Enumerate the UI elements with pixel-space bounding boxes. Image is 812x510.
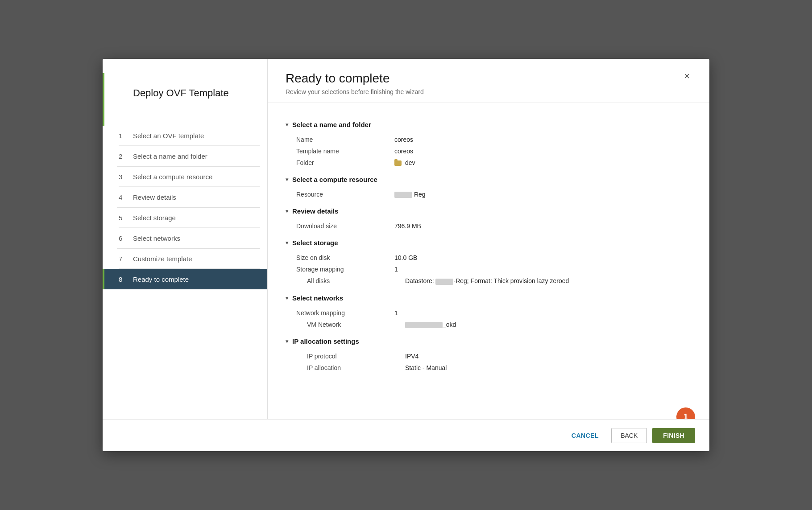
- networks-table: Network mapping 1 VM Network XXXXXXXXX_o…: [286, 307, 692, 330]
- label-all-disks: All disks: [286, 275, 384, 287]
- table-row: Network mapping 1: [286, 307, 692, 319]
- close-button[interactable]: ×: [682, 71, 692, 81]
- wizard-sidebar: Deploy OVF Template 1 Select an OVF temp…: [103, 59, 268, 451]
- label-name: Name: [286, 134, 384, 145]
- label-ip-protocol: IP protocol: [286, 350, 384, 362]
- step-3[interactable]: 3 Select a compute resource: [103, 167, 267, 187]
- blurred-resource-prefix: XXXX: [394, 192, 412, 198]
- cancel-button[interactable]: CANCEL: [564, 428, 606, 443]
- value-name: coreos: [384, 134, 692, 145]
- finish-button[interactable]: FINISH: [652, 428, 695, 443]
- back-button[interactable]: BACK: [611, 428, 647, 443]
- section-compute: ▾ Select a compute resource Resource XXX…: [286, 176, 692, 200]
- value-folder: dev: [384, 157, 692, 169]
- step-1-label: Select an OVF template: [133, 132, 204, 140]
- section-storage-title: Select storage: [292, 239, 338, 247]
- blurred-datastore: XXXX: [435, 279, 453, 285]
- section-networks: ▾ Select networks Network mapping 1 VM N…: [286, 294, 692, 330]
- wizard-title: Deploy OVF Template: [119, 87, 253, 113]
- table-row: All disks Datastore: XXXX-Reg; Format: T…: [286, 275, 692, 287]
- page-title: Ready to complete: [286, 71, 424, 86]
- chevron-down-icon: ▾: [286, 121, 289, 128]
- step-3-number: 3: [119, 173, 128, 181]
- step-5-label: Select storage: [133, 214, 176, 222]
- ip-table: IP protocol IPV4 IP allocation Static - …: [286, 350, 692, 374]
- value-all-disks: Datastore: XXXX-Reg; Format: Thick provi…: [384, 275, 692, 287]
- compute-table: Resource XXXX Reg: [286, 189, 692, 200]
- label-network-mapping: Network mapping: [286, 307, 384, 319]
- step-6-label: Select networks: [133, 234, 180, 242]
- green-accent-bar: [103, 73, 104, 126]
- value-size-on-disk: 10.0 GB: [384, 252, 692, 263]
- chevron-down-icon: ▾: [286, 338, 289, 345]
- chevron-down-icon: ▾: [286, 208, 289, 214]
- main-content-area: Ready to complete Review your selections…: [268, 59, 709, 451]
- section-review-details: ▾ Review details Download size 796.9 MB: [286, 207, 692, 232]
- section-review-title: Review details: [292, 207, 338, 215]
- step-4[interactable]: 4 Review details: [103, 187, 267, 207]
- folder-icon: [394, 160, 402, 166]
- label-folder: Folder: [286, 157, 384, 169]
- label-ip-allocation: IP allocation: [286, 362, 384, 374]
- section-compute-title: Select a compute resource: [292, 176, 377, 183]
- table-row: IP allocation Static - Manual: [286, 362, 692, 374]
- label-size-on-disk: Size on disk: [286, 252, 384, 263]
- section-storage-header: ▾ Select storage: [286, 239, 692, 247]
- page-subtitle: Review your selections before finishing …: [286, 88, 424, 95]
- step-1[interactable]: 1 Select an OVF template: [103, 126, 267, 146]
- step-4-number: 4: [119, 193, 128, 201]
- section-name-folder-title: Select a name and folder: [292, 121, 371, 128]
- value-vm-network: XXXXXXXXX_okd: [384, 319, 692, 330]
- step-7-label: Customize template: [133, 255, 192, 263]
- step-8-number: 8: [119, 276, 128, 283]
- section-storage: ▾ Select storage Size on disk 10.0 GB St…: [286, 239, 692, 287]
- value-download-size: 796.9 MB: [384, 220, 692, 232]
- step-2-number: 2: [119, 152, 128, 160]
- value-network-mapping: 1: [384, 307, 692, 319]
- name-folder-table: Name coreos Template name coreos Folder …: [286, 134, 692, 169]
- step-2-label: Select a name and folder: [133, 152, 207, 160]
- section-review-header: ▾ Review details: [286, 207, 692, 215]
- step-2[interactable]: 2 Select a name and folder: [103, 146, 267, 166]
- section-name-folder-header: ▾ Select a name and folder: [286, 121, 692, 128]
- section-networks-header: ▾ Select networks: [286, 294, 692, 302]
- table-row: Storage mapping 1: [286, 263, 692, 275]
- table-row: Name coreos: [286, 134, 692, 145]
- section-ip-title: IP allocation settings: [292, 337, 359, 345]
- value-template-name: coreos: [384, 145, 692, 157]
- step-5[interactable]: 5 Select storage: [103, 208, 267, 228]
- value-resource: XXXX Reg: [384, 189, 692, 200]
- modal-footer: CANCEL BACK FINISH: [268, 419, 709, 451]
- step-6-number: 6: [119, 234, 128, 242]
- table-row: Template name coreos: [286, 145, 692, 157]
- content-header: Ready to complete Review your selections…: [268, 59, 709, 103]
- table-row: Folder dev: [286, 157, 692, 169]
- table-row: VM Network XXXXXXXXX_okd: [286, 319, 692, 330]
- chevron-down-icon: ▾: [286, 295, 289, 301]
- table-row: Size on disk 10.0 GB: [286, 252, 692, 263]
- step-8[interactable]: 8 Ready to complete: [103, 269, 267, 289]
- value-storage-mapping: 1: [384, 263, 692, 275]
- table-row: Resource XXXX Reg: [286, 189, 692, 200]
- step-3-label: Select a compute resource: [133, 173, 212, 181]
- label-download-size: Download size: [286, 220, 384, 232]
- value-ip-allocation: Static - Manual: [384, 362, 692, 374]
- label-vm-network: VM Network: [286, 319, 384, 330]
- label-storage-mapping: Storage mapping: [286, 263, 384, 275]
- review-table: Download size 796.9 MB: [286, 220, 692, 232]
- modal-dialog: Deploy OVF Template 1 Select an OVF temp…: [103, 59, 709, 451]
- section-ip-header: ▾ IP allocation settings: [286, 337, 692, 345]
- step-6[interactable]: 6 Select networks: [103, 228, 267, 248]
- table-row: Download size 796.9 MB: [286, 220, 692, 232]
- step-7[interactable]: 7 Customize template: [103, 249, 267, 269]
- step-5-number: 5: [119, 214, 128, 222]
- section-ip-allocation: ▾ IP allocation settings IP protocol IPV…: [286, 337, 692, 374]
- step-8-label: Ready to complete: [133, 276, 189, 283]
- step-1-number: 1: [119, 132, 128, 140]
- step-7-number: 7: [119, 255, 128, 263]
- steps-list: 1 Select an OVF template 2 Select a name…: [103, 126, 267, 451]
- blurred-vm-network: XXXXXXXXX: [405, 322, 443, 328]
- section-networks-title: Select networks: [292, 294, 343, 302]
- step-4-label: Review details: [133, 193, 176, 201]
- section-compute-header: ▾ Select a compute resource: [286, 176, 692, 183]
